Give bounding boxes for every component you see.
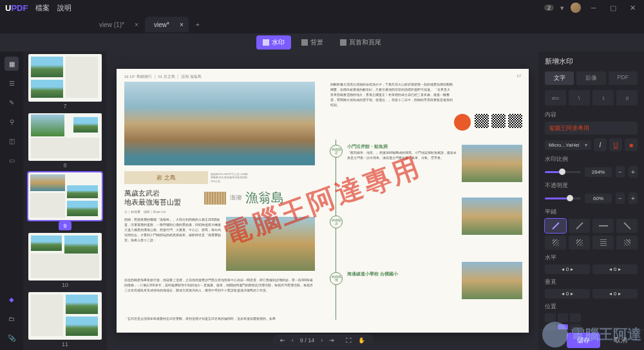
body-text: 「玄武岩是去澎湖本島最愛的玄武岩景觀，來到這裡才知道玄武岩真的漏洞時，這原來值得…	[124, 316, 315, 321]
share-icon[interactable]: ◆	[5, 292, 19, 306]
fit-icon[interactable]: ⛶	[346, 337, 352, 344]
notification-badge[interactable]: 2	[544, 5, 554, 11]
opacity-minus[interactable]: −	[616, 192, 625, 204]
opacity-slider[interactable]	[545, 198, 581, 199]
tab-text[interactable]: 文字	[545, 71, 574, 85]
prev-page-icon[interactable]: ‹	[292, 337, 294, 344]
watermark-tool[interactable]: 水印	[256, 35, 291, 50]
new-tab-button[interactable]: +	[190, 17, 205, 32]
page-right: 17 的斷影像水流現右清澈的養殖池水中，千萬年前火山熔岩噴發那一刻的場景彷彿前剛…	[323, 69, 529, 333]
ratio-label: 水印比例	[545, 155, 638, 163]
user-avatar[interactable]	[571, 3, 581, 13]
header-footer-tool[interactable]: 頁首和頁尾	[334, 35, 388, 50]
hero-photo	[124, 82, 315, 165]
document-tab[interactable]: view (1)*×	[90, 17, 144, 32]
tile-option[interactable]	[592, 219, 614, 233]
page-thumbnail-selected[interactable]: 9	[28, 172, 102, 230]
panel-title: 新增水印	[545, 57, 638, 66]
ratio-slider[interactable]	[545, 171, 581, 173]
tile-option[interactable]	[616, 235, 638, 250]
vert-stepper[interactable]: ◂0▸	[545, 289, 590, 299]
tile-option[interactable]	[592, 235, 614, 250]
menu-help[interactable]: 說明	[57, 3, 71, 13]
section-photo	[462, 198, 522, 235]
cancel-button[interactable]: 取消	[604, 333, 638, 348]
font-select[interactable]: Micro...YaHei▾	[545, 140, 591, 150]
qr-code	[491, 114, 506, 128]
page-thumbnail[interactable]: 7	[28, 54, 102, 111]
watermark-text-input[interactable]	[545, 122, 638, 134]
page-indicator[interactable]: 9 / 14	[300, 337, 315, 344]
app-logo: UPDF	[5, 3, 28, 13]
document-canvas[interactable]: 16 10° 島嶼旅行 ｜ 01 岩之島 ｜ 澎湖 漁翁島 岩 之島 總面積19…	[107, 51, 538, 350]
style-preset[interactable]: ⫽	[592, 90, 614, 106]
form-icon[interactable]: ▭	[5, 153, 19, 167]
bookmarks-icon[interactable]: ☰	[5, 76, 19, 90]
vert-label: 垂直	[545, 278, 638, 286]
opacity-plus[interactable]: +	[629, 192, 638, 204]
style-preset[interactable]: abc	[545, 90, 566, 106]
menu-file[interactable]: 檔案	[35, 3, 50, 13]
ratio-value[interactable]: 284%	[585, 167, 612, 177]
horiz-stepper[interactable]: ◂0▸	[545, 264, 590, 274]
timeline-line	[336, 140, 336, 320]
underline-button[interactable]: U	[609, 138, 622, 151]
qr-code	[508, 114, 522, 128]
droplet-icon	[263, 39, 269, 46]
tile-option[interactable]	[569, 219, 590, 233]
comments-icon[interactable]: ✎	[5, 95, 19, 109]
maximize-icon[interactable]: ▢	[607, 3, 620, 12]
document-tab-active[interactable]: view*×	[145, 17, 189, 32]
last-page-icon[interactable]: ⇥	[329, 337, 334, 344]
tile-option[interactable]	[545, 219, 566, 233]
save-button[interactable]: 儲存	[567, 333, 600, 348]
page-thumbnail[interactable]: 11	[28, 292, 102, 349]
close-icon[interactable]: ✕	[626, 3, 639, 12]
minimize-icon[interactable]: ─	[587, 3, 600, 12]
thumbnails-icon[interactable]: ▦	[5, 57, 19, 71]
tile-direction-grid	[545, 219, 638, 250]
fan-graphic	[204, 192, 226, 205]
vert-stepper[interactable]: ◂0▸	[592, 289, 638, 299]
tile-option[interactable]	[569, 235, 590, 250]
next-page-icon[interactable]: ›	[321, 337, 323, 344]
page-thumbnail[interactable]: 8	[28, 113, 102, 170]
section-title: 海邊線遠小學校 合橫國小	[347, 271, 398, 277]
pos-cell[interactable]	[558, 313, 569, 322]
intro-text: 的斷影像水流現右清澈的養殖池水中，千萬年前火山熔岩噴發那一刻的場景彷彿前剛剛擱置…	[330, 82, 453, 107]
background-tool[interactable]: 背景	[295, 35, 330, 50]
tab-close-icon[interactable]: ×	[135, 21, 138, 28]
attachment-icon[interactable]: 🗀	[5, 311, 19, 326]
watermark-panel: 新增水印 文字 影像 PDF abc / ⫽ ⫻ 內容 Micro...YaHe…	[538, 51, 644, 350]
tile-option[interactable]	[616, 219, 638, 233]
crop-icon[interactable]: ◫	[5, 134, 19, 148]
section-photo	[462, 145, 522, 182]
style-preset[interactable]: /	[569, 90, 590, 106]
color-button[interactable]: ■	[625, 138, 638, 151]
horiz-label: 水平	[545, 253, 638, 262]
page-navigator: ⇤ ‹ 9 / 14 › ⇥ ⛶ ✋	[272, 335, 374, 346]
page-thumbnail[interactable]: 10	[28, 233, 102, 290]
timeline-node: 島嶼散步	[330, 216, 343, 228]
horiz-stepper[interactable]: ◂0▸	[592, 264, 638, 274]
tab-close-icon[interactable]: ×	[180, 21, 184, 28]
panel-actions: 儲存 取消	[538, 329, 644, 350]
style-preset[interactable]: ⫻	[616, 90, 638, 106]
page-header-left: 16 10° 島嶼旅行 ｜ 01 岩之島 ｜ 澎湖 漁翁島	[124, 74, 202, 80]
article-subtitle: 萬歲玄武岩地表最強海苔山盟	[124, 189, 181, 207]
ratio-minus[interactable]: −	[616, 166, 625, 178]
timeline-node: 島嶼風情	[330, 272, 343, 285]
tab-pdf[interactable]: PDF	[609, 71, 638, 85]
clip-icon[interactable]: 📎	[5, 331, 19, 345]
content-label: 內容	[545, 111, 638, 119]
first-page-icon[interactable]: ⇤	[280, 337, 285, 344]
tab-image[interactable]: 影像	[576, 71, 605, 85]
bold-button[interactable]: I	[594, 138, 607, 151]
tile-option[interactable]	[545, 235, 566, 250]
pos-cell[interactable]	[570, 313, 581, 322]
pos-cell[interactable]	[545, 313, 556, 322]
hand-icon[interactable]: ✋	[358, 337, 365, 344]
ratio-plus[interactable]: +	[629, 166, 638, 178]
search-icon[interactable]: ⚲	[5, 115, 19, 129]
opacity-value[interactable]: 60%	[585, 194, 612, 203]
